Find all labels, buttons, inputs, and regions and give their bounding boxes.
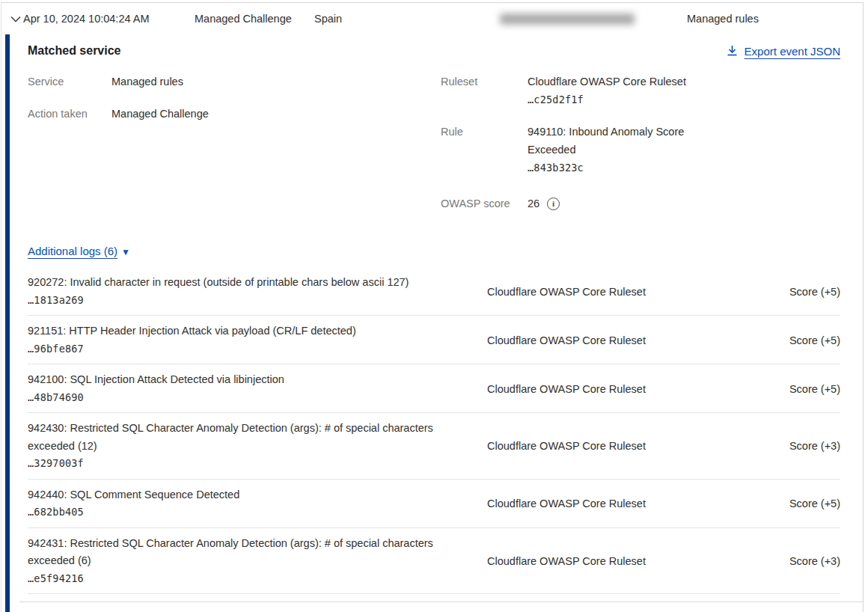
log-hash: …1813a269 [28,294,84,306]
event-timestamp: Apr 10, 2024 10:04:24 AM [23,13,195,25]
log-description: 920272: Invalid character in request (ou… [28,274,462,292]
ruleset-hash: …c25d2f1f [528,94,584,105]
ruleset-label: Ruleset [441,73,528,108]
triangle-down-icon: ▼ [121,248,130,257]
ruleset-value: Cloudflare OWASP Core Ruleset …c25d2f1f [528,73,686,108]
panel-bottom-divider [19,602,863,602]
log-ruleset: Cloudflare OWASP Core Ruleset [487,535,728,588]
owasp-score-label: OWASP score [441,195,528,212]
export-event-json-link[interactable]: Export event JSON [727,45,840,58]
log-ruleset: Cloudflare OWASP Core Ruleset [487,420,728,473]
additional-logs-toggle[interactable]: Additional logs (6) ▼ [28,245,130,257]
download-icon [727,45,738,57]
log-description: 921151: HTTP Header Injection Attack via… [28,322,462,340]
event-detail-panel: Apr 10, 2024 10:04:24 AM Managed Challen… [1,2,864,612]
log-row: 942100: SQL Injection Attack Detected vi… [28,364,840,413]
log-row: 942440: SQL Comment Sequence Detected …6… [28,480,840,528]
expanded-event-detail: Matched service Export event JSON Servic… [5,34,863,612]
log-row: 942431: Restricted SQL Character Anomaly… [28,528,840,595]
log-description: 942440: SQL Comment Sequence Detected [28,486,462,504]
rule-name: 949110: Inbound Anomaly Score Exceeded [528,126,684,156]
log-description: 942431: Restricted SQL Character Anomaly… [28,535,462,570]
redacted-host-value [500,13,687,25]
event-action: Managed Challenge [195,13,314,25]
service-value: Managed rules [111,73,183,91]
rule-value: 949110: Inbound Anomaly Score Exceeded …… [528,123,715,177]
service-label: Service [28,73,111,91]
log-hash: …96bfe867 [28,343,84,355]
log-ruleset: Cloudflare OWASP Core Ruleset [487,274,728,309]
log-row: 920272: Invalid character in request (ou… [28,267,840,316]
collapse-chevron-button[interactable] [1,16,23,22]
additional-logs-table: 920272: Invalid character in request (ou… [28,267,840,594]
additional-logs-label: Additional logs (6) [28,245,117,257]
rule-hash: …843b323c [528,162,584,174]
log-description: 942430: Restricted SQL Character Anomaly… [28,420,462,455]
export-link-label: Export event JSON [745,45,840,58]
rule-label: Rule [441,123,528,177]
event-country: Spain [314,13,500,25]
log-hash: …e5f94216 [28,572,84,584]
event-summary-row[interactable]: Apr 10, 2024 10:04:24 AM Managed Challen… [1,3,863,34]
log-score: Score (+5) [728,486,840,521]
log-ruleset: Cloudflare OWASP Core Ruleset [487,322,728,358]
log-hash: …3297003f [28,457,84,469]
action-taken-label: Action taken [28,105,111,123]
owasp-score-value: 26 [528,195,540,212]
log-score: Score (+5) [728,322,840,358]
log-score: Score (+3) [728,420,840,473]
log-row: 921151: HTTP Header Injection Attack via… [28,316,840,364]
chevron-down-icon [10,16,21,22]
ruleset-name: Cloudflare OWASP Core Ruleset [528,76,686,88]
log-row: 942430: Restricted SQL Character Anomaly… [28,413,840,480]
log-hash: …682bb405 [28,506,84,518]
log-score: Score (+5) [728,371,840,406]
log-score: Score (+5) [728,274,840,309]
log-hash: …48b74690 [28,391,84,403]
log-description: 942100: SQL Injection Attack Detected vi… [28,371,462,389]
info-icon[interactable]: i [547,198,560,210]
log-ruleset: Cloudflare OWASP Core Ruleset [487,486,728,521]
action-taken-value: Managed Challenge [111,105,209,123]
log-ruleset: Cloudflare OWASP Core Ruleset [487,371,728,406]
log-score: Score (+3) [728,535,840,588]
matched-service-title: Matched service [28,44,121,58]
event-service: Managed rules [687,13,863,25]
blurred-text [500,13,635,25]
